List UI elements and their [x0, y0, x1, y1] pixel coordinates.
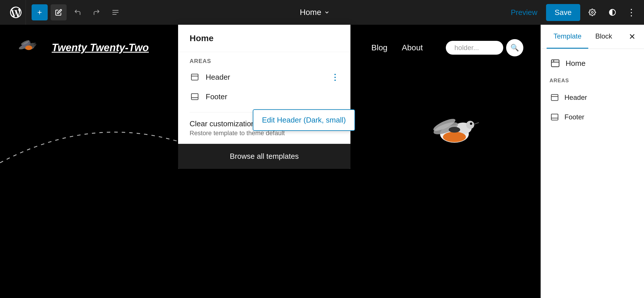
site-logo — [17, 36, 40, 59]
svg-point-18 — [449, 127, 460, 133]
appearance-button[interactable] — [604, 4, 620, 20]
right-sidebar: Template Block ✕ Home AREAS Header — [541, 25, 644, 298]
nav-blog[interactable]: Blog — [371, 43, 387, 52]
search-box: holder... — [446, 41, 503, 55]
dropdown-footer-item[interactable]: Footer — [190, 87, 339, 106]
dropdown-footer-left: Footer — [190, 91, 227, 102]
sidebar-close-button[interactable]: ✕ — [626, 29, 638, 44]
svg-rect-25 — [552, 60, 559, 67]
sidebar-tabs: Template Block ✕ — [541, 25, 644, 49]
svg-rect-21 — [191, 74, 198, 80]
sidebar-home-text: Home — [566, 59, 585, 68]
nav-links: Blog About holder... 🔍 — [371, 39, 523, 56]
edit-button[interactable] — [51, 4, 67, 20]
sidebar-header-icon — [549, 92, 560, 103]
save-button[interactable]: Save — [546, 4, 580, 21]
svg-point-14 — [466, 121, 474, 129]
more-options-button[interactable]: ⋮ — [624, 5, 638, 20]
dropdown-title: Home — [178, 25, 350, 52]
template-dropdown: Home AREAS Header ⋮ — [178, 25, 350, 169]
undo-button[interactable] — [70, 4, 86, 20]
preview-button[interactable]: Preview — [506, 6, 542, 19]
svg-point-3 — [591, 12, 593, 14]
svg-rect-30 — [551, 114, 558, 120]
list-view-button[interactable] — [107, 4, 124, 20]
sidebar-content: Home AREAS Header Footer — [541, 49, 644, 135]
nav-about[interactable]: About — [402, 43, 423, 52]
dropdown-areas-label: AREAS — [190, 58, 339, 64]
browse-all-button[interactable]: Browse all templates — [178, 144, 350, 169]
search-button[interactable]: 🔍 — [506, 39, 523, 56]
sidebar-home-row: Home — [549, 58, 635, 69]
sidebar-header-item[interactable]: Header — [549, 88, 635, 107]
wp-logo — [6, 0, 26, 25]
sidebar-footer-icon — [549, 112, 560, 122]
svg-point-15 — [443, 132, 466, 142]
add-block-button[interactable]: + — [32, 4, 48, 20]
header-area-icon — [190, 72, 200, 82]
svg-point-8 — [35, 43, 36, 44]
redo-button[interactable] — [88, 4, 105, 20]
tab-template[interactable]: Template — [547, 25, 588, 49]
edit-header-popover[interactable]: Edit Header (Dark, small) — [253, 109, 355, 131]
page-title-text: Home — [300, 8, 321, 17]
bird-decoration-right — [426, 105, 483, 163]
sidebar-home-icon — [549, 58, 561, 69]
settings-button[interactable] — [584, 4, 600, 20]
svg-rect-23 — [191, 94, 198, 100]
dropdown-footer-label: Footer — [206, 92, 227, 101]
footer-area-icon — [190, 91, 200, 102]
sidebar-header-text: Header — [564, 93, 587, 102]
tab-block[interactable]: Block — [588, 25, 619, 49]
dropdown-areas-section: AREAS Header ⋮ — [178, 52, 350, 112]
svg-point-19 — [470, 123, 472, 125]
dropdown-header-left: Header — [190, 72, 230, 82]
page-title-dropdown[interactable]: Home — [300, 8, 330, 17]
toolbar: + Home Preview — [0, 0, 644, 25]
dropdown-header-label: Header — [206, 73, 230, 82]
sidebar-footer-text: Footer — [564, 113, 584, 121]
sidebar-footer-item[interactable]: Footer — [549, 107, 635, 127]
header-options-dots[interactable]: ⋮ — [331, 72, 339, 82]
sidebar-areas-label: AREAS — [549, 78, 635, 84]
dropdown-header-item[interactable]: Header ⋮ — [190, 67, 339, 87]
svg-rect-28 — [551, 95, 558, 101]
toolbar-right: Preview Save ⋮ — [506, 4, 638, 21]
svg-line-20 — [474, 123, 479, 124]
search-area: holder... 🔍 — [446, 39, 523, 56]
site-title: Twenty Twenty-Two — [52, 42, 149, 54]
toolbar-center: Home — [126, 8, 503, 17]
